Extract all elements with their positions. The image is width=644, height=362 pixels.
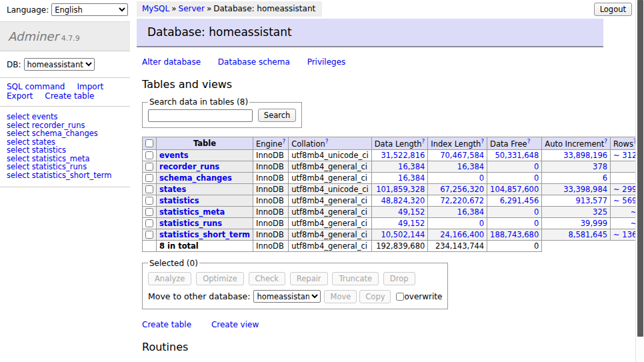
- help-icon[interactable]: ?: [527, 138, 531, 145]
- table-name-link[interactable]: recorder_runs: [159, 162, 219, 171]
- analyze-button[interactable]: Analyze: [148, 272, 191, 285]
- index-length-cell: 16,384: [428, 206, 487, 217]
- drop-button[interactable]: Drop: [383, 272, 415, 285]
- breadcrumb: MySQL»Server»Database: homeassistant: [137, 1, 322, 17]
- data-free-cell: 6,291,456: [487, 195, 542, 206]
- row-checkbox[interactable]: [145, 174, 153, 182]
- overwrite-checkbox[interactable]: [396, 293, 404, 301]
- sidebar-item-select-events[interactable]: select events: [7, 113, 130, 121]
- sidebar-actions: SQL commandImport ExportCreate table: [0, 79, 130, 105]
- help-icon[interactable]: ?: [282, 138, 285, 145]
- row-checkbox[interactable]: [145, 185, 153, 193]
- total-label-cell: 8 in total: [157, 240, 253, 251]
- auto-increment-cell: 378: [542, 161, 611, 172]
- auto-increment-cell: 8,581,645: [542, 229, 611, 240]
- language-select[interactable]: English: [51, 3, 128, 16]
- data-length-cell: 48,824,320: [371, 195, 428, 206]
- search-button[interactable]: Search: [258, 109, 297, 122]
- table-name-link[interactable]: statistics_meta: [159, 207, 225, 217]
- routines-heading: Routines: [142, 341, 603, 353]
- index-length-cell: 16,384: [428, 161, 487, 172]
- move-button[interactable]: Move: [324, 290, 357, 303]
- index-length-cell: 70,467,584: [428, 149, 487, 161]
- help-icon[interactable]: ?: [325, 138, 329, 145]
- table-row-events: events InnoDB utf8mb4_unicode_ci 31,522,…: [143, 149, 644, 161]
- adminer-page: Language:English Adminer4.7.9 DB:homeass…: [0, 0, 644, 362]
- create-table-link[interactable]: Create table: [142, 320, 191, 329]
- auto-increment-cell: 33,898,196: [542, 149, 611, 161]
- table-total-row: 8 in total InnoDB utf8mb4_general_ci 192…: [143, 240, 644, 251]
- move-database-select[interactable]: homeassistant: [253, 290, 321, 303]
- collation-cell: utf8mb4_general_ci: [289, 195, 372, 206]
- privileges-link[interactable]: Privileges: [307, 57, 346, 67]
- engine-cell: InnoDB: [253, 206, 289, 217]
- alter-database-link[interactable]: Alter database: [142, 57, 201, 67]
- table-name-link[interactable]: statistics_short_term: [159, 230, 250, 239]
- sidebar-link-sql-command[interactable]: SQL command: [7, 82, 65, 91]
- help-icon[interactable]: ?: [604, 138, 607, 145]
- logout-button[interactable]: Logout: [594, 3, 632, 16]
- db-select[interactable]: homeassistant: [24, 58, 95, 71]
- scrollbar-thumb[interactable]: [637, 0, 643, 337]
- database-schema-link[interactable]: Database schema: [218, 57, 290, 67]
- breadcrumb-server-link[interactable]: Server: [179, 4, 205, 13]
- row-checkbox[interactable]: [145, 208, 153, 216]
- sidebar-item-select-statistics-short-term[interactable]: select statistics_short_term: [7, 171, 130, 180]
- sidebar-link-export[interactable]: Export: [7, 91, 33, 101]
- engine-cell: InnoDB: [253, 195, 289, 206]
- sidebar-link-create-table[interactable]: Create table: [45, 91, 94, 101]
- search-input[interactable]: [148, 109, 253, 122]
- data-length-cell: 31,522,816: [371, 149, 428, 161]
- optimize-button[interactable]: Optimize: [196, 272, 244, 285]
- table-name-link[interactable]: statistics_runs: [159, 219, 222, 228]
- row-checkbox[interactable]: [145, 219, 153, 227]
- breadcrumb-separator: »: [207, 4, 211, 13]
- column-header-label: Collation: [291, 139, 325, 149]
- table-name-link[interactable]: statistics: [159, 196, 199, 205]
- adminer-logo[interactable]: Adminer: [8, 29, 59, 43]
- column-header-label: Auto Increment: [545, 139, 604, 149]
- auto-increment-cell: 39,999: [542, 217, 611, 229]
- data-free-cell: 0: [487, 161, 542, 172]
- breadcrumb-driver-link[interactable]: MySQL: [142, 4, 169, 13]
- auto-increment-cell: 913,577: [542, 195, 611, 206]
- data-length-cell: 16,384: [371, 172, 428, 183]
- overwrite-label[interactable]: overwrite: [404, 292, 442, 301]
- repair-button[interactable]: Repair: [290, 272, 328, 285]
- sidebar-item-select-statistics-runs[interactable]: select statistics_runs: [7, 163, 130, 171]
- create-view-link[interactable]: Create view: [211, 320, 259, 329]
- sidebar-item-select-statistics[interactable]: select statistics: [7, 146, 130, 155]
- data-free-cell: 0: [487, 206, 542, 217]
- table-name-link[interactable]: schema_changes: [159, 173, 232, 183]
- row-checkbox[interactable]: [145, 197, 153, 205]
- collation-cell: utf8mb4_general_ci: [289, 206, 372, 217]
- breadcrumb-current: Database: homeassistant: [213, 4, 315, 13]
- index-length-cell: 72,220,672: [428, 195, 487, 206]
- vertical-scrollbar[interactable]: [635, 0, 644, 362]
- auto-increment-cell: 325: [542, 206, 611, 217]
- row-checkbox[interactable]: [145, 163, 153, 171]
- search-legend: Search data in tables (8): [148, 97, 249, 107]
- page-title: Database: homeassistant: [137, 19, 603, 47]
- divider: [0, 106, 130, 107]
- language-row: Language:English: [0, 0, 130, 19]
- table-name-link[interactable]: events: [159, 151, 189, 160]
- column-header-label: Index Length: [431, 139, 481, 149]
- sidebar-link-import[interactable]: Import: [77, 82, 103, 91]
- main-content: Database: homeassistant Alter database D…: [137, 19, 603, 362]
- data-length-cell: 49,152: [371, 217, 428, 229]
- table-name-link[interactable]: states: [159, 185, 186, 194]
- help-icon[interactable]: ?: [481, 138, 484, 145]
- adminer-version: 4.7.9: [61, 34, 80, 43]
- column-header-label: Engine: [256, 139, 282, 149]
- data-length-cell: 101,859,328: [371, 183, 428, 195]
- engine-cell: InnoDB: [253, 240, 289, 251]
- sidebar-item-select-schema-changes[interactable]: select schema_changes: [7, 129, 130, 138]
- help-icon[interactable]: ?: [422, 138, 425, 145]
- truncate-button[interactable]: Truncate: [332, 272, 379, 285]
- copy-button[interactable]: Copy: [359, 290, 391, 303]
- select-all-checkbox[interactable]: [145, 139, 153, 147]
- row-checkbox[interactable]: [145, 231, 153, 239]
- check-button[interactable]: Check: [249, 272, 285, 285]
- row-checkbox[interactable]: [145, 151, 153, 159]
